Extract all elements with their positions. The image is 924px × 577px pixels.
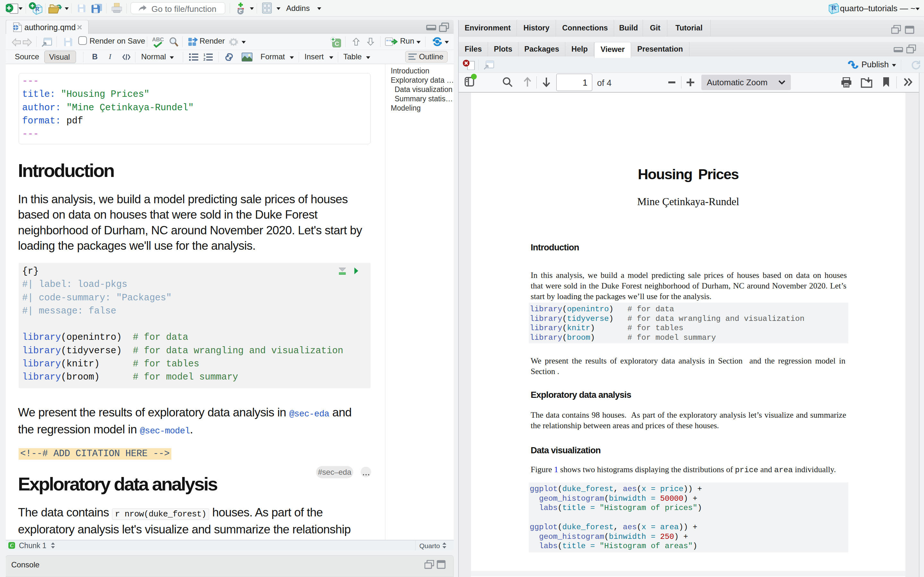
svg-text:C: C <box>334 40 339 47</box>
svg-text:1: 1 <box>204 53 205 57</box>
svg-text:R: R <box>831 3 837 11</box>
svg-text:2: 2 <box>204 57 205 61</box>
svg-text:ABC: ABC <box>152 37 164 43</box>
